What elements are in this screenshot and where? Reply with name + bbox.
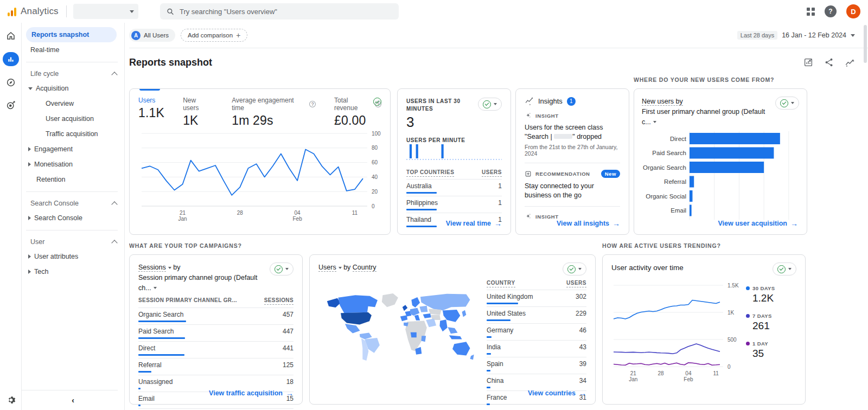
explore-icon[interactable]: [4, 76, 17, 89]
users-header[interactable]: USERS: [482, 169, 502, 177]
sessions-card-title[interactable]: Sessions by Session primary channel grou…: [138, 262, 270, 293]
card-status-pill[interactable]: [773, 262, 796, 276]
search-bar[interactable]: [160, 3, 399, 20]
view-real-time-link[interactable]: View real time: [446, 219, 502, 228]
sidebar-subitem[interactable]: User acquisition: [22, 111, 124, 126]
svg-text:Jan: Jan: [178, 216, 187, 222]
svg-text:500: 500: [727, 337, 737, 343]
section-label-spacer: [309, 242, 602, 254]
sidebar-subitem[interactable]: Overview: [22, 96, 124, 111]
row-value-bar: [138, 337, 185, 339]
chevron-up-icon: [111, 240, 117, 246]
card-status-pill[interactable]: [775, 97, 799, 110]
realtime-users-value: 3: [406, 114, 502, 131]
svg-text:0: 0: [372, 203, 375, 209]
chevron-up-icon: [111, 201, 117, 207]
chevron-down-icon: [791, 102, 794, 104]
svg-text:04: 04: [295, 210, 301, 216]
collapse-nav-button[interactable]: ‹: [22, 396, 124, 410]
table-row: Spain39: [487, 357, 586, 374]
sidebar-item[interactable]: Retention: [22, 172, 124, 187]
brand-name: Analytics: [21, 6, 59, 17]
row-value-bar: [138, 354, 184, 356]
insight-item[interactable]: INSIGHTUsers for the screen class "Searc…: [525, 112, 620, 157]
share-icon[interactable]: [824, 57, 834, 67]
main-content: A All Users Add comparison + Last 28 day…: [125, 23, 868, 410]
row-value-bar: [487, 336, 492, 338]
row-value-bar: [406, 192, 437, 194]
date-range-value: 16 Jan - 12 Feb 2024: [782, 31, 846, 39]
admin-gear-icon[interactable]: [0, 395, 22, 405]
view-all-insights-link[interactable]: View all insights: [557, 219, 620, 228]
table-row: India43: [487, 340, 586, 357]
sidebar-item[interactable]: Reports snapshot: [26, 27, 117, 42]
legend-item[interactable]: 30 DAYS1.2K: [746, 285, 796, 304]
sidebar-subitem[interactable]: Traffic acquisition: [22, 126, 124, 142]
chevron-down-icon: [154, 287, 157, 289]
nav-section-header[interactable]: Search Console: [22, 196, 124, 210]
sessions-col-header[interactable]: SESSIONS: [264, 297, 293, 305]
svg-text:Organic Search: Organic Search: [643, 164, 686, 171]
avatar[interactable]: D: [846, 4, 860, 18]
legend-item[interactable]: 1 DAY35: [746, 341, 796, 360]
property-selector[interactable]: [73, 4, 138, 19]
card-status-pill[interactable]: [270, 262, 293, 276]
new-users-card-title[interactable]: New users by First user primary channel …: [642, 97, 775, 127]
country-col-header[interactable]: COUNTRY: [487, 280, 515, 287]
metric-new-users[interactable]: New users1K: [183, 97, 213, 128]
reports-icon[interactable]: [3, 52, 19, 66]
svg-text:Jan: Jan: [629, 376, 637, 382]
metric-average-engagement-time[interactable]: Average engagement time 1m 29s: [232, 97, 316, 128]
sidebar-item[interactable]: Real-time: [22, 42, 124, 57]
view-countries-link[interactable]: View countries: [528, 389, 586, 398]
brand[interactable]: Analytics: [8, 6, 59, 17]
apps-grid-icon[interactable]: [807, 8, 815, 16]
comparison-chip[interactable]: A All Users: [129, 29, 175, 42]
nav-section-header[interactable]: User: [22, 235, 124, 249]
sidebar-item[interactable]: Monetisation: [22, 157, 124, 172]
svg-text:Paid Search: Paid Search: [652, 150, 686, 156]
countries-card-title[interactable]: Users by Country: [318, 262, 376, 273]
metric-users[interactable]: Users1.1K: [138, 97, 164, 128]
data-quality-check-icon[interactable]: [373, 98, 381, 106]
table-row: Paid Search447: [138, 324, 293, 341]
customize-report-icon[interactable]: [803, 57, 813, 67]
view-user-acquisition-link[interactable]: View user acquisition: [718, 219, 798, 228]
row-value-bar: [487, 319, 510, 321]
view-traffic-acquisition-link[interactable]: View traffic acquisition: [209, 389, 293, 398]
svg-text:60: 60: [372, 159, 378, 165]
card-status-pill[interactable]: [563, 262, 586, 276]
svg-text:04: 04: [685, 370, 692, 376]
add-comparison-button[interactable]: Add comparison +: [181, 29, 247, 42]
sidebar-item[interactable]: Search Console: [22, 210, 124, 226]
svg-text:21: 21: [630, 370, 637, 376]
home-icon[interactable]: [4, 29, 17, 42]
row-value-bar: [487, 387, 490, 388]
row-value-bar: [138, 321, 186, 322]
section-label-spacer: [129, 76, 397, 88]
date-range-picker[interactable]: Last 28 days 16 Jan - 12 Feb 2024: [737, 31, 855, 40]
sidebar-item[interactable]: User attributes: [22, 249, 124, 264]
divider: [66, 5, 67, 17]
insights-sparkline-icon[interactable]: [845, 57, 855, 68]
scrollbar[interactable]: [864, 25, 867, 63]
sparkle-icon: [525, 213, 532, 220]
insight-item[interactable]: RECOMMENDATIONNewStay connected to your …: [525, 170, 620, 200]
users-col-header[interactable]: USERS: [566, 280, 586, 287]
collapse-arrow-icon: [28, 270, 31, 274]
legend-item[interactable]: 7 DAYS261: [746, 313, 796, 332]
sidebar-item[interactable]: Tech: [22, 264, 124, 279]
top-countries-header[interactable]: TOP COUNTRIES: [406, 169, 454, 177]
realtime-status-pill[interactable]: [478, 98, 502, 111]
chevron-down-icon: [168, 267, 171, 269]
advertising-icon[interactable]: [4, 99, 17, 112]
sidebar-item[interactable]: Acquisition: [22, 81, 124, 96]
channel-col-header[interactable]: SESSION PRIMARY CHANNEL GR...: [138, 297, 237, 305]
svg-text:Email: Email: [671, 207, 686, 214]
search-input[interactable]: [180, 8, 392, 16]
nav-section-header[interactable]: Life cycle: [22, 67, 124, 81]
help-icon[interactable]: ?: [825, 5, 837, 17]
arrow-right-icon: [612, 219, 620, 228]
legend-dot: [746, 342, 750, 345]
sidebar-item[interactable]: Engagement: [22, 142, 124, 157]
